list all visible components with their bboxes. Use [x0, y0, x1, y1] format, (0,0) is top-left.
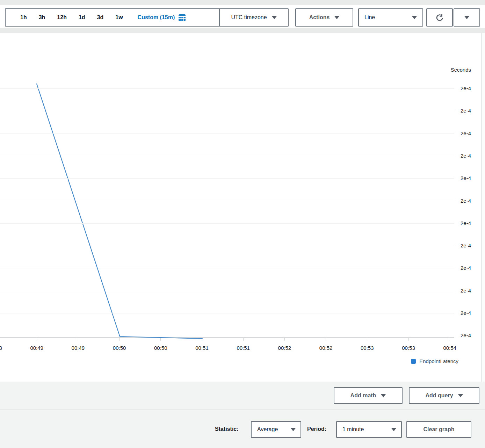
chevron-down-icon — [464, 16, 469, 19]
calendar-table-icon[interactable] — [178, 14, 186, 21]
x-tick-label: 00:50 — [147, 345, 175, 351]
y-tick-label: 2e-4 — [447, 197, 471, 204]
metric-line-endpointlatency — [37, 84, 202, 339]
statistic-select[interactable]: Average — [251, 421, 301, 438]
timezone-label: UTC timezone — [231, 14, 267, 21]
y-tick-label: 2e-4 — [447, 332, 471, 339]
gridline — [0, 268, 454, 268]
chart-type-select[interactable]: Line — [358, 8, 423, 27]
clear-graph-label: Clear graph — [424, 426, 455, 433]
x-tick-mark — [367, 338, 367, 341]
gridline — [0, 178, 454, 179]
refresh-icon — [435, 13, 444, 22]
statistic-label: Statistic: — [215, 426, 239, 432]
x-tick-mark — [78, 338, 78, 341]
chevron-down-icon — [272, 16, 277, 19]
time-range-3h[interactable]: 3h — [39, 14, 45, 21]
x-tick-label: 00:48 — [0, 345, 9, 351]
gridline — [0, 223, 454, 224]
x-tick-mark — [160, 338, 161, 341]
x-tick-mark — [243, 338, 244, 341]
x-tick-label: 00:49 — [64, 345, 92, 351]
legend-label: EndpointLatency — [419, 358, 458, 364]
query-actions-bar: Add math Add query — [0, 382, 485, 410]
chevron-down-icon — [381, 394, 386, 397]
gridline — [0, 156, 454, 156]
y-tick-label: 2e-4 — [447, 242, 471, 249]
y-tick-label: 2e-4 — [447, 152, 471, 159]
chevron-down-icon — [334, 16, 339, 19]
x-tick-mark — [202, 338, 202, 341]
y-tick-label: 2e-4 — [447, 85, 471, 92]
period-label: Period: — [307, 426, 326, 432]
x-tick-label: 00:54 — [436, 345, 464, 351]
x-tick-mark — [37, 338, 37, 341]
x-tick-label: 00:53 — [394, 345, 422, 351]
time-range-1h[interactable]: 1h — [20, 14, 27, 21]
y-tick-label: 2e-4 — [447, 310, 471, 317]
refresh-button[interactable] — [426, 8, 453, 27]
series-svg — [0, 33, 481, 382]
gridline — [0, 313, 454, 313]
actions-button[interactable]: Actions — [295, 8, 353, 27]
period-value: 1 minute — [342, 426, 364, 433]
y-tick-label: 2e-4 — [447, 220, 471, 227]
x-tick-mark — [284, 338, 285, 341]
gridline — [0, 88, 454, 89]
x-tick-label: 00:52 — [312, 345, 340, 351]
chart-plot: Seconds EndpointLatency 2e-42e-42e-42e-4… — [0, 33, 481, 382]
time-range-12h[interactable]: 12h — [57, 14, 67, 21]
time-range-1w[interactable]: 1w — [115, 14, 123, 21]
x-tick-label: 00:49 — [23, 345, 51, 351]
actions-label: Actions — [309, 14, 330, 21]
y-tick-label: 2e-4 — [447, 107, 471, 114]
time-range-3d[interactable]: 3d — [97, 14, 104, 21]
x-tick-label: 00:50 — [106, 345, 133, 351]
gridline — [0, 291, 454, 291]
x-tick-mark — [450, 338, 450, 341]
x-tick-mark — [326, 338, 326, 341]
gridline — [0, 133, 454, 134]
add-math-label: Add math — [350, 392, 376, 399]
custom-time-range-button[interactable]: Custom (15m) — [138, 14, 186, 21]
y-tick-label: 2e-4 — [447, 287, 471, 294]
y-tick-label: 2e-4 — [447, 265, 471, 272]
chart-type-value: Line — [364, 14, 375, 21]
statistic-value: Average — [257, 426, 278, 433]
statistic-period-bar: Statistic: Average Period: 1 minute Clea… — [0, 410, 485, 448]
add-query-label: Add query — [425, 392, 453, 399]
x-tick-mark — [119, 338, 120, 341]
y-tick-label: 2e-4 — [447, 130, 471, 137]
time-range-1d[interactable]: 1d — [79, 14, 85, 21]
x-tick-mark — [408, 338, 409, 341]
time-range-links: 1h 3h 12h 1d 3d 1w — [6, 14, 123, 21]
gridline — [0, 111, 454, 111]
x-tick-label: 00:51 — [229, 345, 257, 351]
toolbar: 1h 3h 12h 1d 3d 1w Custom (15m) UTC time… — [0, 5, 485, 28]
add-math-button[interactable]: Add math — [334, 387, 403, 404]
x-tick-label: 00:52 — [270, 345, 298, 351]
legend-item-endpointlatency[interactable]: EndpointLatency — [411, 358, 458, 364]
custom-time-range-label: Custom (15m) — [138, 14, 175, 21]
gridline — [0, 246, 454, 246]
x-tick-label: 00:51 — [188, 345, 216, 351]
timezone-select[interactable]: UTC timezone — [220, 14, 288, 21]
period-select[interactable]: 1 minute — [336, 421, 402, 438]
chevron-down-icon — [291, 428, 296, 431]
gridline — [0, 201, 454, 201]
panel-right-gutter — [482, 33, 485, 382]
time-range-group: 1h 3h 12h 1d 3d 1w Custom (15m) UTC time… — [5, 8, 289, 27]
add-query-button[interactable]: Add query — [409, 387, 479, 404]
legend-swatch — [411, 359, 416, 364]
chevron-down-icon — [458, 394, 463, 397]
refresh-options-button[interactable] — [454, 8, 480, 27]
chevron-down-icon — [391, 428, 396, 431]
chevron-down-icon — [412, 16, 417, 19]
chart-panel: Seconds EndpointLatency 2e-42e-42e-42e-4… — [0, 33, 482, 382]
x-tick-label: 00:53 — [353, 345, 381, 351]
clear-graph-button[interactable]: Clear graph — [406, 421, 471, 438]
y-tick-label: 2e-4 — [447, 175, 471, 182]
